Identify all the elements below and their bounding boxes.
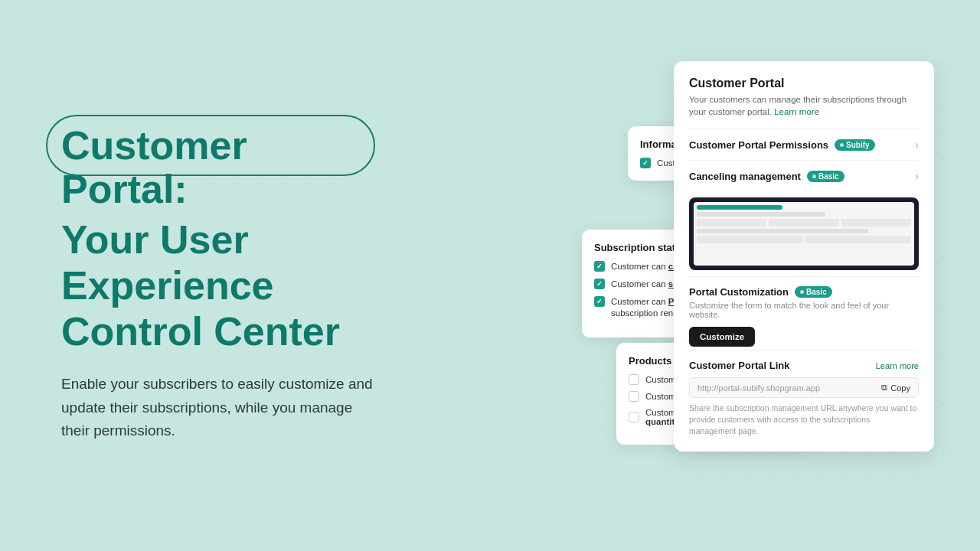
badge-dot [840, 143, 844, 147]
portal-link-header: Customer Portal Link Learn more [689, 360, 919, 371]
basic-badge: Basic [807, 171, 844, 182]
portal-permissions-row[interactable]: Customer Portal Permissions Subify › [689, 129, 919, 160]
customization-title: Portal Customization [689, 286, 789, 298]
portal-card-title: Customer Portal [689, 77, 919, 90]
chevron-right-icon-2: › [915, 170, 919, 182]
customization-header: Portal Customization Basic [689, 286, 919, 298]
learn-more-link[interactable]: Learn more [774, 107, 819, 116]
basic-badge-2: Basic [795, 286, 832, 298]
portal-permissions-label: Customer Portal Permissions Subify [689, 139, 875, 151]
preview-image [689, 197, 919, 270]
title-wrapper: Customer Portal: [61, 124, 383, 211]
badge-dot-2 [812, 174, 816, 178]
canceling-management-label: Canceling management Basic [689, 171, 844, 182]
portal-link-learn-more[interactable]: Learn more [876, 361, 919, 370]
preview-cell-4 [697, 236, 803, 243]
customization-desc: Customize the form to match the look and… [689, 301, 919, 319]
url-text: http://portal-subify.shopgram.app [697, 383, 881, 393]
preview-cell-1 [697, 219, 766, 227]
product-checkbox-1 [629, 374, 639, 385]
left-panel: Customer Portal: Your User Experience Co… [0, 0, 429, 551]
preview-inner [694, 202, 914, 266]
customer-portal-card: Customer Portal Your customers can manag… [674, 61, 934, 452]
subify-badge: Subify [835, 139, 875, 151]
subtitle: Enable your subscribers to easily custom… [61, 373, 383, 442]
main-layout: Customer Portal: Your User Experience Co… [0, 0, 980, 551]
right-panel: Information Customer can Update Payment … [429, 0, 980, 551]
preview-cell-2 [769, 219, 838, 227]
title-line2: Your User Experience [61, 217, 383, 309]
portal-card-desc: Your customers can manage their subscrip… [689, 93, 919, 118]
preview-bar-2 [697, 229, 868, 233]
link-desc: Share the subscription management URL an… [689, 403, 919, 436]
title-line3: Control Center [61, 309, 383, 355]
preview-bar-1 [697, 212, 825, 217]
portal-customization-section: Portal Customization Basic Customize the… [689, 276, 919, 347]
checkbox-checked-1 [640, 158, 651, 168]
copy-icon: ⧉ [881, 383, 887, 393]
portal-link-title: Customer Portal Link [689, 360, 789, 371]
status-checkbox-1 [594, 261, 605, 272]
preview-row-1 [697, 219, 911, 227]
portal-link-section: Customer Portal Link Learn more http://p… [689, 350, 919, 436]
status-checkbox-3 [594, 296, 605, 307]
status-checkbox-2 [594, 279, 605, 289]
canceling-management-row[interactable]: Canceling management Basic › [689, 160, 919, 191]
url-input-row: http://portal-subify.shopgram.app ⧉ Copy [689, 377, 919, 398]
product-checkbox-2 [629, 391, 639, 402]
title-line1: Customer Portal: [61, 124, 383, 211]
preview-cell-3 [841, 219, 911, 227]
preview-cell-5 [805, 236, 912, 243]
preview-bar-accent [697, 205, 782, 210]
product-checkbox-3 [629, 412, 639, 422]
copy-button[interactable]: ⧉ Copy [881, 383, 910, 393]
chevron-right-icon: › [915, 139, 919, 151]
badge-dot-3 [800, 290, 804, 294]
preview-row-2 [697, 236, 911, 243]
customize-button[interactable]: Customize [689, 327, 755, 347]
